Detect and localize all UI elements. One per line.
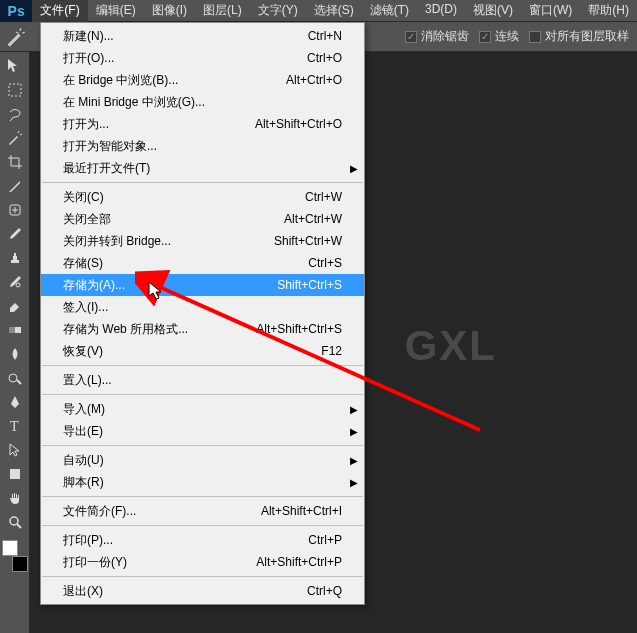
hand-tool[interactable] — [2, 486, 28, 510]
menubar-item[interactable]: 文字(Y) — [250, 0, 306, 22]
menu-item[interactable]: 退出(X)Ctrl+Q — [41, 580, 364, 602]
svg-text:T: T — [10, 419, 19, 434]
background-color-swatch[interactable] — [12, 556, 28, 572]
menu-item-shortcut: Alt+Shift+Ctrl+I — [261, 504, 356, 518]
menu-item-label: 打印一份(Y) — [63, 554, 256, 571]
menu-item[interactable]: 恢复(V)F12 — [41, 340, 364, 362]
shape-tool[interactable] — [2, 462, 28, 486]
crop-tool[interactable] — [2, 150, 28, 174]
lasso-tool[interactable] — [2, 102, 28, 126]
antialias-option[interactable]: ✓ 消除锯齿 — [405, 28, 469, 45]
menu-item-label: 关闭并转到 Bridge... — [63, 233, 274, 250]
tool-panel: T — [0, 52, 30, 633]
menubar-item[interactable]: 图像(I) — [144, 0, 195, 22]
menu-item-shortcut: Shift+Ctrl+W — [274, 234, 356, 248]
blur-tool[interactable] — [2, 342, 28, 366]
submenu-arrow-icon: ▶ — [350, 477, 358, 488]
menu-separator — [42, 394, 363, 395]
menu-item-label: 存储为(A)... — [63, 277, 277, 294]
menu-item[interactable]: 打开为...Alt+Shift+Ctrl+O — [41, 113, 364, 135]
menu-item-label: 打开(O)... — [63, 50, 307, 67]
foreground-color-swatch[interactable] — [2, 540, 18, 556]
antialias-label: 消除锯齿 — [421, 28, 469, 45]
menu-item-label: 文件简介(F)... — [63, 503, 261, 520]
eyedropper-tool[interactable] — [2, 174, 28, 198]
menu-item-shortcut: Ctrl+W — [305, 190, 356, 204]
move-tool[interactable] — [2, 54, 28, 78]
brush-tool[interactable] — [2, 222, 28, 246]
alllayers-label: 对所有图层取样 — [545, 28, 629, 45]
menu-item-shortcut: Alt+Ctrl+W — [284, 212, 356, 226]
history-brush-tool[interactable] — [2, 270, 28, 294]
menu-item[interactable]: 存储为(A)...Shift+Ctrl+S — [41, 274, 364, 296]
menubar-item[interactable]: 编辑(E) — [88, 0, 144, 22]
menu-item[interactable]: 签入(I)... — [41, 296, 364, 318]
menu-item[interactable]: 自动(U)▶ — [41, 449, 364, 471]
menu-item-label: 在 Bridge 中浏览(B)... — [63, 72, 286, 89]
zoom-tool[interactable] — [2, 510, 28, 534]
menu-item-label: 打开为... — [63, 116, 255, 133]
path-selection-tool[interactable] — [2, 438, 28, 462]
marquee-tool[interactable] — [2, 78, 28, 102]
menu-item-label: 脚本(R) — [63, 474, 356, 491]
contiguous-option[interactable]: ✓ 连续 — [479, 28, 519, 45]
menubar-item[interactable]: 滤镜(T) — [362, 0, 417, 22]
menu-item-label: 签入(I)... — [63, 299, 356, 316]
type-tool[interactable]: T — [2, 414, 28, 438]
menubar-item[interactable]: 视图(V) — [465, 0, 521, 22]
alllayers-option[interactable]: 对所有图层取样 — [529, 28, 629, 45]
menu-item[interactable]: 存储(S)Ctrl+S — [41, 252, 364, 274]
menu-item[interactable]: 打印一份(Y)Alt+Shift+Ctrl+P — [41, 551, 364, 573]
menu-item[interactable]: 关闭并转到 Bridge...Shift+Ctrl+W — [41, 230, 364, 252]
menu-item-label: 在 Mini Bridge 中浏览(G)... — [63, 94, 356, 111]
menu-item[interactable]: 脚本(R)▶ — [41, 471, 364, 493]
menu-item[interactable]: 关闭全部Alt+Ctrl+W — [41, 208, 364, 230]
menu-item[interactable]: 新建(N)...Ctrl+N — [41, 25, 364, 47]
color-swatches[interactable] — [2, 540, 28, 572]
menubar-item[interactable]: 图层(L) — [195, 0, 250, 22]
menu-item[interactable]: 文件简介(F)...Alt+Shift+Ctrl+I — [41, 500, 364, 522]
menu-item[interactable]: 最近打开文件(T)▶ — [41, 157, 364, 179]
menu-item-label: 置入(L)... — [63, 372, 356, 389]
menu-separator — [42, 365, 363, 366]
menu-item-shortcut: F12 — [321, 344, 356, 358]
menu-item-label: 打印(P)... — [63, 532, 308, 549]
menu-item[interactable]: 存储为 Web 所用格式...Alt+Shift+Ctrl+S — [41, 318, 364, 340]
dodge-tool[interactable] — [2, 366, 28, 390]
eraser-tool[interactable] — [2, 294, 28, 318]
menu-item[interactable]: 打开为智能对象... — [41, 135, 364, 157]
svg-rect-0 — [9, 84, 21, 96]
clone-stamp-tool[interactable] — [2, 246, 28, 270]
magic-wand-icon — [6, 27, 26, 47]
menu-item[interactable]: 导出(E)▶ — [41, 420, 364, 442]
svg-point-5 — [9, 374, 17, 382]
menu-item-label: 关闭全部 — [63, 211, 284, 228]
menubar-item[interactable]: 窗口(W) — [521, 0, 580, 22]
menu-item[interactable]: 打印(P)...Ctrl+P — [41, 529, 364, 551]
menu-item-shortcut: Ctrl+P — [308, 533, 356, 547]
menu-item-shortcut: Ctrl+S — [308, 256, 356, 270]
menubar: Ps 文件(F)编辑(E)图像(I)图层(L)文字(Y)选择(S)滤镜(T)3D… — [0, 0, 637, 22]
menu-item-shortcut: Alt+Shift+Ctrl+O — [255, 117, 356, 131]
menu-item[interactable]: 关闭(C)Ctrl+W — [41, 186, 364, 208]
menu-separator — [42, 496, 363, 497]
gradient-tool[interactable] — [2, 318, 28, 342]
menubar-item[interactable]: 文件(F) — [32, 0, 87, 22]
check-icon: ✓ — [479, 31, 491, 43]
menubar-item[interactable]: 选择(S) — [306, 0, 362, 22]
menu-item[interactable]: 置入(L)... — [41, 369, 364, 391]
healing-brush-tool[interactable] — [2, 198, 28, 222]
menu-item[interactable]: 打开(O)...Ctrl+O — [41, 47, 364, 69]
menu-item[interactable]: 在 Bridge 中浏览(B)...Alt+Ctrl+O — [41, 69, 364, 91]
menu-item-label: 导入(M) — [63, 401, 356, 418]
pen-tool[interactable] — [2, 390, 28, 414]
menu-item[interactable]: 在 Mini Bridge 中浏览(G)... — [41, 91, 364, 113]
menu-item[interactable]: 导入(M)▶ — [41, 398, 364, 420]
menubar-item[interactable]: 3D(D) — [417, 0, 465, 22]
menu-item-shortcut: Shift+Ctrl+S — [277, 278, 356, 292]
menu-item-shortcut: Alt+Ctrl+O — [286, 73, 356, 87]
magic-wand-tool[interactable] — [2, 126, 28, 150]
menu-item-label: 存储(S) — [63, 255, 308, 272]
menubar-item[interactable]: 帮助(H) — [580, 0, 637, 22]
contiguous-label: 连续 — [495, 28, 519, 45]
